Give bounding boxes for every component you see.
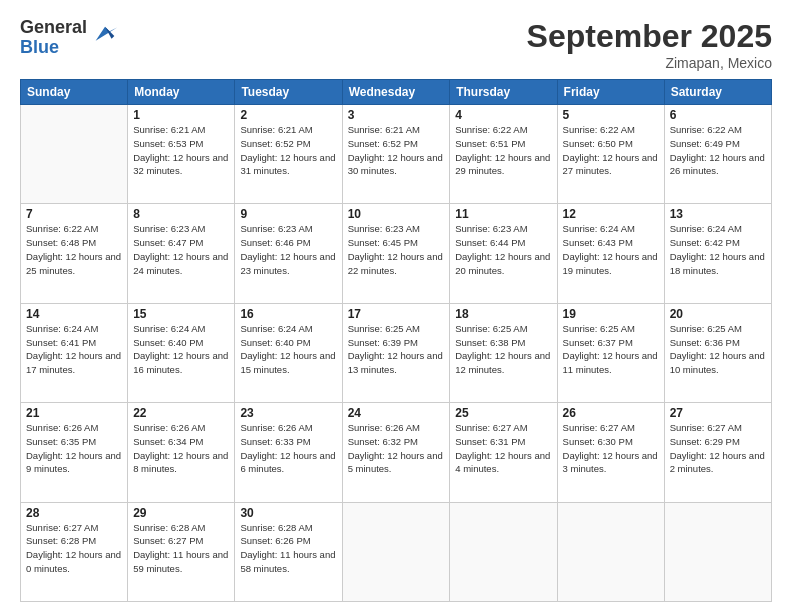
day-number: 7 [26, 207, 122, 221]
day-number: 5 [563, 108, 659, 122]
day-number: 3 [348, 108, 445, 122]
table-row [450, 502, 557, 601]
table-row: 18Sunrise: 6:25 AM Sunset: 6:38 PM Dayli… [450, 303, 557, 402]
day-number: 12 [563, 207, 659, 221]
day-info: Sunrise: 6:26 AM Sunset: 6:35 PM Dayligh… [26, 421, 122, 476]
day-number: 18 [455, 307, 551, 321]
col-wednesday: Wednesday [342, 80, 450, 105]
day-info: Sunrise: 6:21 AM Sunset: 6:53 PM Dayligh… [133, 123, 229, 178]
day-number: 21 [26, 406, 122, 420]
col-friday: Friday [557, 80, 664, 105]
day-info: Sunrise: 6:24 AM Sunset: 6:42 PM Dayligh… [670, 222, 766, 277]
day-info: Sunrise: 6:23 AM Sunset: 6:47 PM Dayligh… [133, 222, 229, 277]
day-number: 14 [26, 307, 122, 321]
table-row: 11Sunrise: 6:23 AM Sunset: 6:44 PM Dayli… [450, 204, 557, 303]
day-info: Sunrise: 6:22 AM Sunset: 6:50 PM Dayligh… [563, 123, 659, 178]
table-row [21, 105, 128, 204]
day-info: Sunrise: 6:21 AM Sunset: 6:52 PM Dayligh… [240, 123, 336, 178]
logo-general: General [20, 18, 87, 38]
day-number: 11 [455, 207, 551, 221]
day-number: 9 [240, 207, 336, 221]
day-number: 19 [563, 307, 659, 321]
calendar-week-row: 28Sunrise: 6:27 AM Sunset: 6:28 PM Dayli… [21, 502, 772, 601]
calendar-table: Sunday Monday Tuesday Wednesday Thursday… [20, 79, 772, 602]
day-info: Sunrise: 6:27 AM Sunset: 6:29 PM Dayligh… [670, 421, 766, 476]
day-number: 26 [563, 406, 659, 420]
table-row: 13Sunrise: 6:24 AM Sunset: 6:42 PM Dayli… [664, 204, 771, 303]
table-row: 30Sunrise: 6:28 AM Sunset: 6:26 PM Dayli… [235, 502, 342, 601]
col-tuesday: Tuesday [235, 80, 342, 105]
logo-text: General Blue [20, 18, 87, 58]
table-row: 22Sunrise: 6:26 AM Sunset: 6:34 PM Dayli… [128, 403, 235, 502]
calendar-header-row: Sunday Monday Tuesday Wednesday Thursday… [21, 80, 772, 105]
table-row [557, 502, 664, 601]
day-number: 2 [240, 108, 336, 122]
day-info: Sunrise: 6:26 AM Sunset: 6:33 PM Dayligh… [240, 421, 336, 476]
day-info: Sunrise: 6:23 AM Sunset: 6:44 PM Dayligh… [455, 222, 551, 277]
table-row: 4Sunrise: 6:22 AM Sunset: 6:51 PM Daylig… [450, 105, 557, 204]
logo-blue: Blue [20, 38, 87, 58]
day-number: 8 [133, 207, 229, 221]
table-row: 25Sunrise: 6:27 AM Sunset: 6:31 PM Dayli… [450, 403, 557, 502]
day-number: 6 [670, 108, 766, 122]
title-block: September 2025 Zimapan, Mexico [527, 18, 772, 71]
table-row: 28Sunrise: 6:27 AM Sunset: 6:28 PM Dayli… [21, 502, 128, 601]
table-row: 5Sunrise: 6:22 AM Sunset: 6:50 PM Daylig… [557, 105, 664, 204]
table-row: 17Sunrise: 6:25 AM Sunset: 6:39 PM Dayli… [342, 303, 450, 402]
col-sunday: Sunday [21, 80, 128, 105]
page: General Blue September 2025 Zimapan, Mex… [0, 0, 792, 612]
header: General Blue September 2025 Zimapan, Mex… [20, 18, 772, 71]
day-info: Sunrise: 6:26 AM Sunset: 6:34 PM Dayligh… [133, 421, 229, 476]
table-row: 19Sunrise: 6:25 AM Sunset: 6:37 PM Dayli… [557, 303, 664, 402]
day-info: Sunrise: 6:27 AM Sunset: 6:28 PM Dayligh… [26, 521, 122, 576]
day-info: Sunrise: 6:23 AM Sunset: 6:46 PM Dayligh… [240, 222, 336, 277]
table-row: 1Sunrise: 6:21 AM Sunset: 6:53 PM Daylig… [128, 105, 235, 204]
day-number: 23 [240, 406, 336, 420]
day-number: 20 [670, 307, 766, 321]
calendar-week-row: 1Sunrise: 6:21 AM Sunset: 6:53 PM Daylig… [21, 105, 772, 204]
day-info: Sunrise: 6:24 AM Sunset: 6:43 PM Dayligh… [563, 222, 659, 277]
day-number: 29 [133, 506, 229, 520]
day-info: Sunrise: 6:25 AM Sunset: 6:39 PM Dayligh… [348, 322, 445, 377]
day-number: 22 [133, 406, 229, 420]
table-row: 20Sunrise: 6:25 AM Sunset: 6:36 PM Dayli… [664, 303, 771, 402]
day-info: Sunrise: 6:25 AM Sunset: 6:38 PM Dayligh… [455, 322, 551, 377]
table-row: 29Sunrise: 6:28 AM Sunset: 6:27 PM Dayli… [128, 502, 235, 601]
day-info: Sunrise: 6:23 AM Sunset: 6:45 PM Dayligh… [348, 222, 445, 277]
day-number: 24 [348, 406, 445, 420]
table-row: 10Sunrise: 6:23 AM Sunset: 6:45 PM Dayli… [342, 204, 450, 303]
day-number: 30 [240, 506, 336, 520]
table-row: 7Sunrise: 6:22 AM Sunset: 6:48 PM Daylig… [21, 204, 128, 303]
table-row: 15Sunrise: 6:24 AM Sunset: 6:40 PM Dayli… [128, 303, 235, 402]
table-row: 12Sunrise: 6:24 AM Sunset: 6:43 PM Dayli… [557, 204, 664, 303]
day-number: 15 [133, 307, 229, 321]
table-row [664, 502, 771, 601]
day-number: 28 [26, 506, 122, 520]
table-row: 14Sunrise: 6:24 AM Sunset: 6:41 PM Dayli… [21, 303, 128, 402]
day-number: 16 [240, 307, 336, 321]
day-info: Sunrise: 6:27 AM Sunset: 6:31 PM Dayligh… [455, 421, 551, 476]
table-row: 2Sunrise: 6:21 AM Sunset: 6:52 PM Daylig… [235, 105, 342, 204]
day-number: 27 [670, 406, 766, 420]
table-row: 24Sunrise: 6:26 AM Sunset: 6:32 PM Dayli… [342, 403, 450, 502]
table-row: 16Sunrise: 6:24 AM Sunset: 6:40 PM Dayli… [235, 303, 342, 402]
day-number: 1 [133, 108, 229, 122]
logo-bird-icon [91, 22, 119, 50]
day-info: Sunrise: 6:26 AM Sunset: 6:32 PM Dayligh… [348, 421, 445, 476]
day-number: 10 [348, 207, 445, 221]
table-row: 27Sunrise: 6:27 AM Sunset: 6:29 PM Dayli… [664, 403, 771, 502]
day-info: Sunrise: 6:28 AM Sunset: 6:26 PM Dayligh… [240, 521, 336, 576]
day-info: Sunrise: 6:25 AM Sunset: 6:37 PM Dayligh… [563, 322, 659, 377]
col-thursday: Thursday [450, 80, 557, 105]
calendar-week-row: 21Sunrise: 6:26 AM Sunset: 6:35 PM Dayli… [21, 403, 772, 502]
day-info: Sunrise: 6:22 AM Sunset: 6:49 PM Dayligh… [670, 123, 766, 178]
day-info: Sunrise: 6:22 AM Sunset: 6:51 PM Dayligh… [455, 123, 551, 178]
col-monday: Monday [128, 80, 235, 105]
day-info: Sunrise: 6:22 AM Sunset: 6:48 PM Dayligh… [26, 222, 122, 277]
day-info: Sunrise: 6:28 AM Sunset: 6:27 PM Dayligh… [133, 521, 229, 576]
table-row [342, 502, 450, 601]
calendar-week-row: 7Sunrise: 6:22 AM Sunset: 6:48 PM Daylig… [21, 204, 772, 303]
day-info: Sunrise: 6:24 AM Sunset: 6:41 PM Dayligh… [26, 322, 122, 377]
day-number: 13 [670, 207, 766, 221]
table-row: 23Sunrise: 6:26 AM Sunset: 6:33 PM Dayli… [235, 403, 342, 502]
